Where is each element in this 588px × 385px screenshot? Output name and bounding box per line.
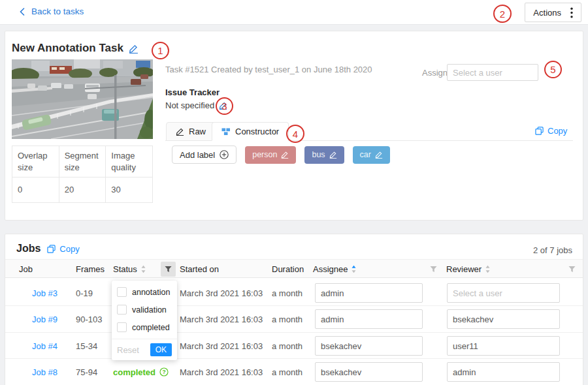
add-label-text: Add label (180, 150, 215, 160)
callout-1: 1 (152, 42, 169, 59)
filter-option-annotation[interactable]: annotation (112, 283, 177, 301)
tab-raw-label: Raw (189, 127, 206, 136)
assignee-input-job4[interactable] (315, 336, 423, 356)
jobs-card: Jobs Copy 2 of 7 jobs Job Frames Status … (5, 234, 583, 385)
assignee-input-job3[interactable] (315, 283, 423, 303)
filter-ok-button[interactable]: OK (150, 343, 172, 356)
copy-labels-link[interactable]: Copy (535, 126, 567, 136)
labels-row: Add label person bus car (172, 146, 390, 164)
frames-cell: 90-103 (76, 306, 102, 332)
jobs-count: 2 of 7 jobs (533, 245, 572, 255)
reviewer-input-job3[interactable] (447, 283, 560, 303)
column-assignee[interactable]: Assignee (313, 260, 357, 279)
task-parameters-table: Overlap size Segment size Image quality … (12, 146, 153, 203)
table-row-job9: Job #9 90-103 March 3rd 2021 16:03 a mon… (5, 306, 583, 333)
traffic-scene-illustration (12, 59, 153, 139)
assignee-filter-icon[interactable] (430, 260, 437, 279)
table-row-job3: Job #3 0-19 March 3rd 2021 16:03 a month (5, 280, 583, 306)
column-reviewer[interactable]: Reviewer (446, 260, 491, 279)
jobs-table-header: Job Frames Status Started on Duration As… (5, 259, 583, 278)
table-row-job8: Job #8 75-94 completed ? March 3rd 2021 … (5, 359, 583, 385)
callout-5: 5 (544, 61, 562, 78)
started-cell: March 3rd 2021 16:03 (180, 333, 263, 359)
copy-icon (535, 127, 544, 135)
sort-carets-icon[interactable] (140, 264, 146, 274)
tab-constructor-label: Constructor (235, 127, 279, 136)
reviewer-input-job8[interactable] (447, 362, 560, 382)
issue-tracker-label: Issue Tracker (165, 87, 220, 97)
constructor-blocks-icon (221, 128, 231, 136)
reviewer-input-job9[interactable] (447, 309, 560, 329)
column-job: Job (19, 260, 33, 279)
filter-option-validation[interactable]: validation (112, 301, 177, 318)
copy-icon (47, 245, 56, 253)
svg-text:?: ? (162, 369, 165, 375)
started-cell: March 3rd 2021 16:03 (180, 306, 263, 332)
back-to-tasks-label: Back to tasks (31, 7, 84, 16)
task-title: New Annotation Task (12, 42, 123, 55)
duration-cell: a month (272, 359, 302, 385)
reviewer-input-job4[interactable] (447, 336, 560, 356)
checkbox-completed[interactable] (117, 322, 127, 332)
param-header-segment: Segment size (59, 146, 106, 177)
reviewer-filter-icon[interactable] (568, 260, 576, 279)
copy-jobs-label: Copy (59, 244, 79, 254)
filter-option-completed[interactable]: completed (112, 318, 177, 336)
task-meta: Task #1521 Created by test_user_1 on Jun… (165, 65, 372, 74)
frames-cell: 15-34 (76, 333, 97, 359)
question-circle-icon[interactable]: ? (159, 367, 169, 377)
tab-raw[interactable]: Raw (166, 122, 216, 141)
label-chip-person-text: person (252, 150, 277, 159)
kebab-menu-icon (570, 7, 573, 18)
job-8-link[interactable]: Job #8 (32, 359, 57, 385)
checkbox-annotation[interactable] (117, 287, 127, 297)
add-label-button[interactable]: Add label (172, 146, 237, 164)
job-3-link[interactable]: Job #3 (32, 280, 57, 306)
copy-jobs-link[interactable]: Copy (47, 244, 79, 254)
actions-button[interactable]: Actions (525, 3, 581, 22)
label-chip-car-text: car (360, 150, 371, 159)
task-preview-image (12, 59, 153, 139)
job-9-link[interactable]: Job #9 (32, 306, 57, 332)
filter-reset-button[interactable]: Reset (117, 345, 139, 355)
duration-cell: a month (272, 333, 302, 359)
copy-labels-label: Copy (547, 126, 567, 136)
callout-4: 4 (286, 125, 304, 143)
jobs-title: Jobs (16, 243, 41, 254)
edit-label-person-icon[interactable] (281, 151, 289, 159)
back-to-tasks-link[interactable]: Back to tasks (18, 7, 84, 16)
frames-cell: 0-19 (76, 280, 93, 306)
callout-3: 3 (216, 97, 233, 115)
label-chip-person[interactable]: person (245, 146, 296, 164)
checkbox-validation[interactable] (117, 305, 127, 315)
param-value-overlap: 0 (12, 177, 59, 203)
frames-cell: 75-94 (76, 359, 97, 385)
assignee-input-job8[interactable] (315, 362, 423, 382)
status-cell-completed: completed ? (113, 359, 169, 385)
duration-cell: a month (272, 306, 302, 332)
sort-carets-icon-active-asc[interactable] (351, 264, 357, 274)
column-started-on: Started on (180, 260, 219, 279)
edit-task-name-icon[interactable] (129, 44, 139, 54)
duration-cell: a month (272, 280, 302, 306)
label-chip-bus[interactable]: bus (304, 146, 344, 164)
edit-label-car-icon[interactable] (375, 151, 383, 159)
task-title-row: New Annotation Task (12, 42, 139, 55)
assignee-input-job9[interactable] (315, 309, 423, 329)
column-status[interactable]: Status (113, 260, 146, 279)
callout-2: 2 (493, 5, 512, 23)
param-header-overlap: Overlap size (12, 146, 59, 177)
table-row-job4: Job #4 15-34 March 3rd 2021 16:03 a mont… (5, 333, 583, 359)
param-header-quality: Image quality (106, 146, 153, 177)
job-4-link[interactable]: Job #4 (32, 333, 57, 359)
tab-constructor[interactable]: Constructor (212, 122, 289, 141)
plus-circle-icon (220, 150, 229, 159)
status-filter-icon[interactable] (161, 262, 176, 277)
label-chip-bus-text: bus (312, 150, 325, 159)
status-filter-dropdown: annotation validation completed Reset OK (112, 281, 177, 360)
edit-label-bus-icon[interactable] (329, 151, 337, 159)
label-chip-car[interactable]: car (353, 146, 390, 164)
chevron-left-icon (18, 8, 26, 16)
sort-carets-icon[interactable] (485, 264, 491, 274)
assigned-to-input[interactable] (447, 64, 538, 81)
